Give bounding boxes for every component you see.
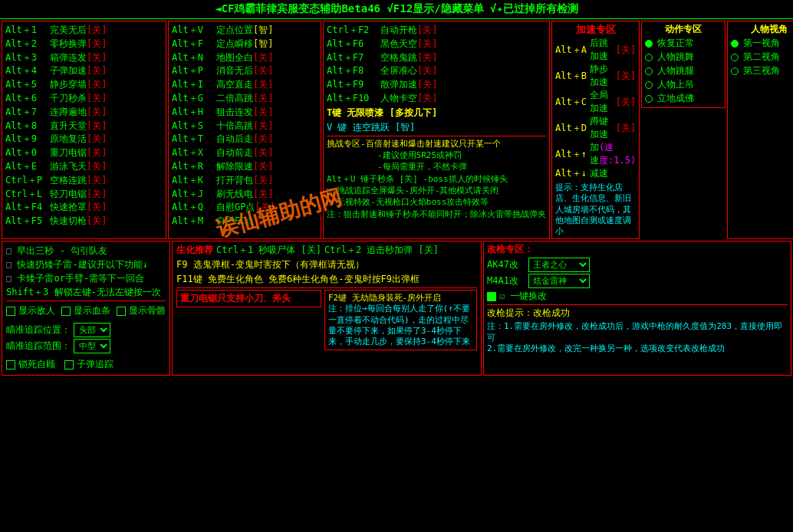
accel-row: Alt＋B静步加速[关] <box>555 63 636 89</box>
show-enemy-cb[interactable] <box>6 307 15 316</box>
col2-row: Alt＋R解除限速[关] <box>172 160 318 173</box>
accel-row: Alt＋↑加速(速度:1.5) <box>555 141 636 167</box>
bullet-track-label: 子弹追踪 <box>77 358 114 371</box>
aim-range-select[interactable]: 中型 小型 大型 <box>74 339 110 353</box>
col2-row: Alt＋F定点瞬移[智] <box>172 38 318 51</box>
show-hp-row[interactable]: 显示血条 <box>61 304 110 317</box>
col3-row: Alt＋F7空格鬼跳[关] <box>327 51 546 64</box>
aim-pos-label: 瞄准追踪位置： <box>6 323 71 337</box>
challenge-row: 注：狙击射速和锤子秒杀不能同时开；除冰火雷带挑战弹夹 <box>327 209 546 220</box>
one-key-cb[interactable] <box>487 292 496 301</box>
bio-title: 生化推荐 <box>176 244 213 257</box>
m4a1-row: M4A1改 炫金雷神 默认 <box>487 274 788 288</box>
col2-row: Alt＋N地图全白[关] <box>172 51 318 64</box>
m4a1-select[interactable]: 炫金雷神 默认 <box>528 274 590 288</box>
col1-row: Alt＋9原地复活[关] <box>5 133 163 146</box>
col2-row: Alt＋G二倍高跳[关] <box>172 92 318 105</box>
col1-row: Alt＋1完美无后[关] <box>5 24 163 37</box>
action-radio-row[interactable]: 恢复正常 <box>645 37 722 50</box>
gun-note2: 2.需要在房外修改，改完一种换另一种，选项改变代表改枪成功 <box>487 343 788 354</box>
show-bone-cb[interactable] <box>117 307 126 316</box>
f2-title: F2键 无劫隐身装死-房外开启 <box>328 292 473 304</box>
aim-pos-select[interactable]: 头部 胸部 <box>74 323 110 337</box>
bottom-left-row: Shift＋3 解锁左键-无法左键按一次 <box>6 286 166 299</box>
bio-f9: F9 选鬼弹框-变鬼时害按下（有弹框请无视） <box>176 258 477 271</box>
v-key-label: V 键 连空跳跃 [智] <box>327 122 415 133</box>
show-enemy-row[interactable]: 显示敌人 <box>6 304 55 317</box>
challenge-row: -建议使用SR25或神罚 <box>327 149 546 161</box>
col2-row: Alt＋Q自慰GP点[关] <box>172 201 318 214</box>
col1-row: Alt＋F5快速切枪[关] <box>5 215 163 228</box>
accel-hint: 提示：支持生化店店、生化信息、新旧人城房墙不代码，其他地图自测或速度调小 <box>555 182 636 237</box>
view-radio-row[interactable]: 第二视角 <box>731 51 793 64</box>
lock-self-cb[interactable] <box>6 360 15 369</box>
col3-row: Alt＋F6黑色天空[关] <box>327 38 546 51</box>
action-title: 动作专区 <box>645 23 722 36</box>
gun-tip: 改枪提示：改枪成功 <box>487 307 788 320</box>
col2-row: Alt＋X自动前走[关] <box>172 146 318 159</box>
col2-row: Alt＋I高空直走[关] <box>172 78 318 91</box>
col3-row: Ctrl＋F2自动开枪[关] <box>327 24 546 37</box>
show-bone-row[interactable]: 显示骨骼 <box>117 304 166 317</box>
col2-row: Alt＋T自动后走[关] <box>172 133 318 146</box>
bottom-left-row: □ 卡矮子雷or手臂-需等下一回合 <box>6 272 166 285</box>
show-bone-label: 显示骨骼 <box>129 304 166 317</box>
right-panels: 动作专区 恢复正常人物跳舞人物跳腿人物上吊立地成佛 <box>641 21 726 239</box>
bio-ctrl2: Ctrl＋2 追击秒加弹 [关] <box>324 244 439 257</box>
bio-ctrl1: Ctrl＋1 秒吸尸体 [关] <box>216 244 321 257</box>
col3-row: Alt＋F8全屏准心[关] <box>327 64 546 77</box>
bottom-mid-panel: 生化推荐 Ctrl＋1 秒吸尸体 [关] Ctrl＋2 追击秒加弹 [关] F9… <box>172 241 482 376</box>
view-radio-row[interactable]: 第一视角 <box>731 37 793 50</box>
col2-row: Alt＋H狙击连发[关] <box>172 106 318 119</box>
t-key-label: T键 无限喷漆 [多按几下] <box>327 107 437 118</box>
aim-range-label: 瞄准追踪范围： <box>6 340 71 353</box>
col2-row: Alt＋J刷无线电[关] <box>172 188 318 201</box>
show-hp-label: 显示血条 <box>74 304 110 317</box>
accel-row: Alt＋↓减速 <box>555 167 636 180</box>
col1-row: Alt＋6千刀秒杀[关] <box>5 92 163 105</box>
col4-area: 加速专区 Alt＋A后跳加速[关]Alt＋B静步加速[关]Alt＋C全局加速[关… <box>551 21 726 239</box>
action-radio-row[interactable]: 人物上吊 <box>645 78 722 91</box>
gun-panel: 改枪专区： AK47改 王者之心 默认 M4A1改 炫金雷神 默认 ☑ 一键换改 <box>483 241 791 376</box>
gun-note1: 注：1.需要在房外修改，改枪成功后，游戏中枪的耐久度值为283，直接使用即可 <box>487 321 788 343</box>
hotkey-col2: Alt＋V定点位置[智]Alt＋F定点瞬移[智]Alt＋N地图全白[关]Alt＋… <box>168 21 321 239</box>
col1-row: Alt＋5静步穿墙[关] <box>5 78 163 91</box>
view-radio-row[interactable]: 第三视角 <box>731 64 793 77</box>
bullet-track-row[interactable]: 子弹追踪 <box>64 358 114 371</box>
col2-row: Alt＋S十倍高跳[关] <box>172 120 318 133</box>
accel-row: Alt＋A后跳加速[关] <box>555 37 636 63</box>
one-key-row[interactable]: ☑ 一键换改 <box>487 290 788 303</box>
col1-row: Alt＋0重刀电锯[关] <box>5 146 163 159</box>
show-hp-cb[interactable] <box>61 307 71 316</box>
col2-row: Alt＋M自慰EC点[关] <box>172 215 318 228</box>
app-title: ◄CF鸡霸菲律宾服变态辅助Beta46 √F12显示/隐藏菜单 √✦已过掉所有检… <box>215 2 578 15</box>
title-bar: ◄CF鸡霸菲律宾服变态辅助Beta46 √F12显示/隐藏菜单 √✦已过掉所有检… <box>0 0 793 19</box>
col1-row: Alt＋F4快速抢罩[关] <box>5 201 163 214</box>
bio-f11: F11键 免费生化角色 免费6种生化角色-变鬼时按F9出弹框 <box>176 273 477 286</box>
challenge-row: □ 无视特效-无视枪口火焰boss攻击特效等 <box>327 196 546 208</box>
col2-row: Alt＋K打开背包[关] <box>172 174 318 187</box>
lock-self-row[interactable]: 锁死自顾 <box>6 358 55 371</box>
col1-row: Ctrl＋P空格连跳[关] <box>5 174 163 187</box>
action-panel: 动作专区 恢复正常人物跳舞人物跳腿人物上吊立地成佛 <box>641 21 726 108</box>
col2-row: Alt＋V定点位置[智] <box>172 24 318 37</box>
aim-range-row: 瞄准追踪范围： 中型 小型 大型 <box>6 339 110 353</box>
hotkey-col3: Ctrl＋F2自动开枪[关]Alt＋F6黑色天空[关]Alt＋F7空格鬼跳[关]… <box>323 21 550 239</box>
bullet-track-cb[interactable] <box>64 360 74 369</box>
ak47-row: AK47改 王者之心 默认 <box>487 258 788 272</box>
gun-title: 改枪专区： <box>487 243 788 256</box>
action-radio-row[interactable]: 立地成佛 <box>645 92 722 105</box>
action-radio-row[interactable]: 人物跳腿 <box>645 64 722 77</box>
ak47-select[interactable]: 王者之心 默认 <box>528 258 590 272</box>
col1-row: Ctrl＋L轻刀电锯[关] <box>5 188 163 201</box>
accel-row: Alt＋D蹲键加速[关] <box>555 115 636 141</box>
col3-row: Alt＋F9散弹加速[关] <box>327 78 546 91</box>
f2-note: 注：排位→每回合每别人走了你(↑不要一直停着不动合代码)，走的过程中尽量不要停下… <box>328 304 473 347</box>
col1-row: Alt＋7连蹲遍地[关] <box>5 106 163 119</box>
lock-self-label: 锁死自顾 <box>18 358 55 371</box>
action-radio-row[interactable]: 人物跳舞 <box>645 51 722 64</box>
col1-row: Alt＋4子弹加速[关] <box>5 64 163 77</box>
challenge-section: 挑战专区-百倍射速和爆击射速建议只开某一个 -建议使用SR25或神罚 -每局需重… <box>327 138 546 220</box>
view-title: 人物视角 <box>731 23 793 36</box>
v-key-row: V 键 连空跳跃 [智] <box>327 121 546 134</box>
